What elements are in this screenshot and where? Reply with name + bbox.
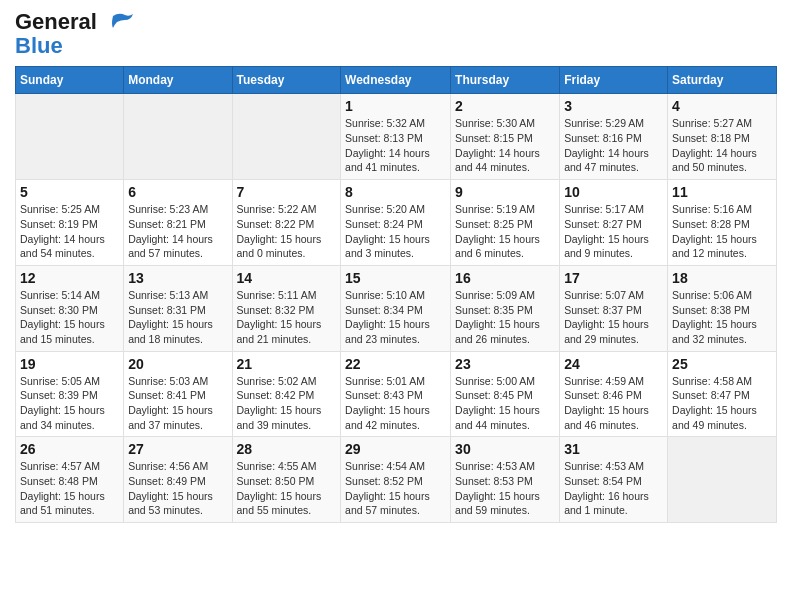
day-info: Sunrise: 5:09 AM Sunset: 8:35 PM Dayligh… [455,288,555,347]
day-number: 14 [237,270,337,286]
day-info: Sunrise: 5:03 AM Sunset: 8:41 PM Dayligh… [128,374,227,433]
calendar-cell: 12Sunrise: 5:14 AM Sunset: 8:30 PM Dayli… [16,265,124,351]
calendar-week-row: 26Sunrise: 4:57 AM Sunset: 8:48 PM Dayli… [16,437,777,523]
day-info: Sunrise: 4:55 AM Sunset: 8:50 PM Dayligh… [237,459,337,518]
day-info: Sunrise: 5:30 AM Sunset: 8:15 PM Dayligh… [455,116,555,175]
calendar-cell: 13Sunrise: 5:13 AM Sunset: 8:31 PM Dayli… [124,265,232,351]
weekday-header: Sunday [16,67,124,94]
calendar-cell [232,94,341,180]
day-info: Sunrise: 5:23 AM Sunset: 8:21 PM Dayligh… [128,202,227,261]
day-number: 4 [672,98,772,114]
page-container: General Blue SundayMondayTuesdayWednesda… [0,0,792,533]
calendar-cell: 28Sunrise: 4:55 AM Sunset: 8:50 PM Dayli… [232,437,341,523]
day-info: Sunrise: 5:00 AM Sunset: 8:45 PM Dayligh… [455,374,555,433]
day-number: 15 [345,270,446,286]
day-info: Sunrise: 5:05 AM Sunset: 8:39 PM Dayligh… [20,374,119,433]
day-info: Sunrise: 5:11 AM Sunset: 8:32 PM Dayligh… [237,288,337,347]
day-number: 26 [20,441,119,457]
day-number: 11 [672,184,772,200]
calendar-cell: 15Sunrise: 5:10 AM Sunset: 8:34 PM Dayli… [341,265,451,351]
day-number: 30 [455,441,555,457]
day-number: 25 [672,356,772,372]
day-info: Sunrise: 5:07 AM Sunset: 8:37 PM Dayligh… [564,288,663,347]
day-number: 29 [345,441,446,457]
day-info: Sunrise: 5:10 AM Sunset: 8:34 PM Dayligh… [345,288,446,347]
calendar-cell: 9Sunrise: 5:19 AM Sunset: 8:25 PM Daylig… [451,180,560,266]
calendar-cell: 1Sunrise: 5:32 AM Sunset: 8:13 PM Daylig… [341,94,451,180]
day-info: Sunrise: 5:27 AM Sunset: 8:18 PM Dayligh… [672,116,772,175]
calendar-cell: 8Sunrise: 5:20 AM Sunset: 8:24 PM Daylig… [341,180,451,266]
calendar-cell: 26Sunrise: 4:57 AM Sunset: 8:48 PM Dayli… [16,437,124,523]
weekday-header: Monday [124,67,232,94]
day-number: 21 [237,356,337,372]
day-info: Sunrise: 5:32 AM Sunset: 8:13 PM Dayligh… [345,116,446,175]
day-number: 24 [564,356,663,372]
weekday-header: Friday [560,67,668,94]
day-number: 1 [345,98,446,114]
calendar-cell [124,94,232,180]
day-info: Sunrise: 5:16 AM Sunset: 8:28 PM Dayligh… [672,202,772,261]
calendar-week-row: 19Sunrise: 5:05 AM Sunset: 8:39 PM Dayli… [16,351,777,437]
calendar-cell [668,437,777,523]
calendar-cell: 30Sunrise: 4:53 AM Sunset: 8:53 PM Dayli… [451,437,560,523]
day-info: Sunrise: 5:06 AM Sunset: 8:38 PM Dayligh… [672,288,772,347]
day-info: Sunrise: 4:58 AM Sunset: 8:47 PM Dayligh… [672,374,772,433]
logo-bird-icon [105,12,135,34]
page-header: General Blue [15,10,777,58]
calendar-cell: 10Sunrise: 5:17 AM Sunset: 8:27 PM Dayli… [560,180,668,266]
calendar-cell: 21Sunrise: 5:02 AM Sunset: 8:42 PM Dayli… [232,351,341,437]
calendar-cell: 25Sunrise: 4:58 AM Sunset: 8:47 PM Dayli… [668,351,777,437]
day-number: 12 [20,270,119,286]
logo: General Blue [15,10,135,58]
day-number: 7 [237,184,337,200]
calendar-cell: 27Sunrise: 4:56 AM Sunset: 8:49 PM Dayli… [124,437,232,523]
day-info: Sunrise: 5:17 AM Sunset: 8:27 PM Dayligh… [564,202,663,261]
calendar-week-row: 12Sunrise: 5:14 AM Sunset: 8:30 PM Dayli… [16,265,777,351]
calendar-cell: 7Sunrise: 5:22 AM Sunset: 8:22 PM Daylig… [232,180,341,266]
day-info: Sunrise: 5:20 AM Sunset: 8:24 PM Dayligh… [345,202,446,261]
day-info: Sunrise: 4:54 AM Sunset: 8:52 PM Dayligh… [345,459,446,518]
calendar-cell: 19Sunrise: 5:05 AM Sunset: 8:39 PM Dayli… [16,351,124,437]
day-number: 16 [455,270,555,286]
header-row: SundayMondayTuesdayWednesdayThursdayFrid… [16,67,777,94]
day-info: Sunrise: 4:59 AM Sunset: 8:46 PM Dayligh… [564,374,663,433]
day-number: 17 [564,270,663,286]
weekday-header: Saturday [668,67,777,94]
calendar-week-row: 1Sunrise: 5:32 AM Sunset: 8:13 PM Daylig… [16,94,777,180]
day-info: Sunrise: 5:14 AM Sunset: 8:30 PM Dayligh… [20,288,119,347]
day-number: 6 [128,184,227,200]
logo-blue: Blue [15,34,135,58]
calendar-cell: 11Sunrise: 5:16 AM Sunset: 8:28 PM Dayli… [668,180,777,266]
day-info: Sunrise: 4:57 AM Sunset: 8:48 PM Dayligh… [20,459,119,518]
day-number: 8 [345,184,446,200]
calendar-cell: 3Sunrise: 5:29 AM Sunset: 8:16 PM Daylig… [560,94,668,180]
weekday-header: Tuesday [232,67,341,94]
calendar-cell: 6Sunrise: 5:23 AM Sunset: 8:21 PM Daylig… [124,180,232,266]
day-info: Sunrise: 5:13 AM Sunset: 8:31 PM Dayligh… [128,288,227,347]
day-number: 13 [128,270,227,286]
calendar-cell: 16Sunrise: 5:09 AM Sunset: 8:35 PM Dayli… [451,265,560,351]
day-info: Sunrise: 4:53 AM Sunset: 8:54 PM Dayligh… [564,459,663,518]
day-number: 3 [564,98,663,114]
calendar-cell: 22Sunrise: 5:01 AM Sunset: 8:43 PM Dayli… [341,351,451,437]
day-number: 22 [345,356,446,372]
calendar-cell: 23Sunrise: 5:00 AM Sunset: 8:45 PM Dayli… [451,351,560,437]
calendar-week-row: 5Sunrise: 5:25 AM Sunset: 8:19 PM Daylig… [16,180,777,266]
calendar-cell: 31Sunrise: 4:53 AM Sunset: 8:54 PM Dayli… [560,437,668,523]
weekday-header: Wednesday [341,67,451,94]
day-number: 23 [455,356,555,372]
logo-text: General Blue [15,10,135,58]
calendar-cell: 29Sunrise: 4:54 AM Sunset: 8:52 PM Dayli… [341,437,451,523]
day-info: Sunrise: 5:22 AM Sunset: 8:22 PM Dayligh… [237,202,337,261]
day-number: 31 [564,441,663,457]
day-number: 2 [455,98,555,114]
day-info: Sunrise: 5:25 AM Sunset: 8:19 PM Dayligh… [20,202,119,261]
day-info: Sunrise: 5:19 AM Sunset: 8:25 PM Dayligh… [455,202,555,261]
day-info: Sunrise: 5:29 AM Sunset: 8:16 PM Dayligh… [564,116,663,175]
calendar-cell: 2Sunrise: 5:30 AM Sunset: 8:15 PM Daylig… [451,94,560,180]
day-number: 18 [672,270,772,286]
calendar-cell: 5Sunrise: 5:25 AM Sunset: 8:19 PM Daylig… [16,180,124,266]
calendar-cell: 20Sunrise: 5:03 AM Sunset: 8:41 PM Dayli… [124,351,232,437]
calendar-cell: 24Sunrise: 4:59 AM Sunset: 8:46 PM Dayli… [560,351,668,437]
day-number: 20 [128,356,227,372]
